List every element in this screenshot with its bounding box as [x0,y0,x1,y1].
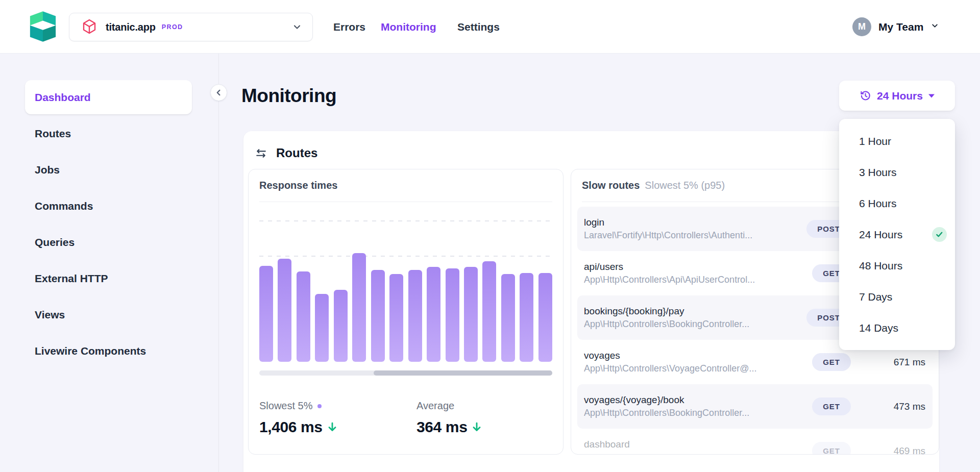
route-path: bookings/{booking}/pay [584,306,798,317]
method-badge: GET [812,442,851,455]
route-meta: GET473 ms [812,398,925,415]
sidebar-item-label: Routes [35,128,71,140]
route-meta: GET469 ms [812,442,925,455]
stat-average-value: 364 [416,418,442,436]
scrollbar-thumb[interactable] [374,370,552,376]
sidebar-item-livewire-components[interactable]: Livewire Components [25,334,192,368]
chart-bar [538,273,552,362]
app-name: titanic.app [106,21,156,33]
caret-down-icon [928,94,935,98]
time-option-24-hours[interactable]: 24 Hours [839,219,955,250]
chart-bar [464,267,478,362]
route-controller: App\Http\Controllers\BookingController..… [584,408,804,419]
nav-link-monitoring[interactable]: Monitoring [381,0,436,54]
time-option-label: 1 Hour [859,135,891,147]
stat-average-label: Average [416,400,454,412]
time-option-label: 6 Hours [859,197,897,210]
chart-bar [501,274,515,362]
nightwatch-logo-icon [30,10,56,43]
route-duration: 469 ms [868,445,925,455]
route-controller [584,452,804,455]
time-option-label: 24 Hours [859,229,902,241]
page-title: Monitoring [241,81,336,111]
route-path: api/users [584,261,804,272]
time-option-48-hours[interactable]: 48 Hours [839,250,955,281]
route-info: dashboard [584,439,804,455]
routes-icon [255,147,267,160]
sidebar: DashboardRoutesJobsCommandsQueriesExtern… [25,80,192,370]
slow-route-row[interactable]: dashboardGET469 ms [577,429,933,455]
chart-horizontal-scrollbar[interactable] [259,370,552,376]
routes-card-title: Routes [276,146,317,160]
chart-bar [352,253,366,362]
avatar: M [852,17,871,36]
route-path: dashboard [584,439,804,450]
chart-bar [520,273,533,362]
sidebar-item-dashboard[interactable]: Dashboard [25,80,192,114]
sidebar-item-label: Views [35,309,65,321]
bar-series [259,220,552,362]
time-range-label: 24 Hours [877,90,923,102]
route-info: loginLaravel\Fortify\Http\Controllers\Au… [584,217,798,241]
routes-card: Routes Response times Slowest 5% [243,131,939,472]
time-option-label: 7 Days [859,291,892,303]
slow-routes-subtitle: Slowest 5% (p95) [645,180,725,191]
route-duration: 473 ms [868,401,925,412]
sidebar-item-label: Queries [35,236,75,249]
top-navbar: titanic.app PROD ErrorsMonitoringSetting… [0,0,980,54]
env-badge: PROD [162,23,183,31]
time-option-14-days[interactable]: 14 Days [839,312,955,343]
route-controller: App\Http\Controllers\Api\ApiUserControl.… [584,275,804,286]
sidebar-item-label: Commands [35,200,93,212]
time-option-3-hours[interactable]: 3 Hours [839,157,955,188]
sidebar-item-external-http[interactable]: External HTTP [25,261,192,295]
route-info: api/usersApp\Http\Controllers\Api\ApiUse… [584,261,804,286]
stat-slowest-value: 1,406 [259,418,297,436]
sidebar-item-commands[interactable]: Commands [25,189,192,223]
chart-bar [371,270,385,362]
trend-down-icon [471,421,482,433]
chart-bar [259,266,273,362]
response-times-title: Response times [259,180,337,191]
stat-slowest-unit: ms [301,418,323,436]
routes-card-header: Routes [255,142,317,164]
method-badge: GET [812,353,851,371]
chevron-left-icon [215,89,222,96]
nav-link-errors[interactable]: Errors [333,0,365,54]
stat-average: Average 364 ms [416,400,482,436]
slow-route-row[interactable]: voyages/{voyage}/bookApp\Http\Controller… [577,384,933,429]
route-info: voyagesApp\Http\Controllers\VoyageContro… [584,350,804,375]
time-option-label: 48 Hours [859,260,902,272]
sidebar-collapse-button[interactable] [210,84,227,101]
sidebar-divider [218,54,219,472]
sidebar-item-views[interactable]: Views [25,297,192,332]
chart-bar [278,259,291,362]
chart-bar [408,270,422,362]
time-option-1-hour[interactable]: 1 Hour [839,126,955,157]
time-option-label: 3 Hours [859,166,897,179]
app-selector-dropdown[interactable]: titanic.app PROD [69,13,313,41]
check-icon [932,227,947,242]
time-option-6-hours[interactable]: 6 Hours [839,188,955,219]
chart-bar [446,268,459,362]
sidebar-item-jobs[interactable]: Jobs [25,153,192,187]
response-times-chart [259,220,552,362]
response-times-panel: Response times Slowest 5% 1,406 ms [248,169,564,455]
sidebar-item-label: Dashboard [35,91,91,104]
route-duration: 671 ms [868,357,925,368]
time-option-7-days[interactable]: 7 Days [839,281,955,312]
route-controller: App\Http\Controllers\VoyageController@..… [584,363,804,375]
nav-link-settings[interactable]: Settings [457,0,500,54]
stat-slowest-label: Slowest 5% [259,400,313,412]
time-range-button[interactable]: 24 Hours [839,81,955,111]
screen: titanic.app PROD ErrorsMonitoringSetting… [0,0,980,472]
sidebar-item-queries[interactable]: Queries [25,225,192,259]
team-name: My Team [878,21,923,33]
sidebar-item-label: Livewire Components [35,345,146,357]
route-path: login [584,217,798,228]
route-path: voyages/{voyage}/book [584,394,804,406]
sidebar-item-routes[interactable]: Routes [25,116,192,151]
chart-bar [389,274,403,362]
team-menu[interactable]: M My Team [852,0,939,54]
sidebar-item-label: External HTTP [35,272,108,285]
